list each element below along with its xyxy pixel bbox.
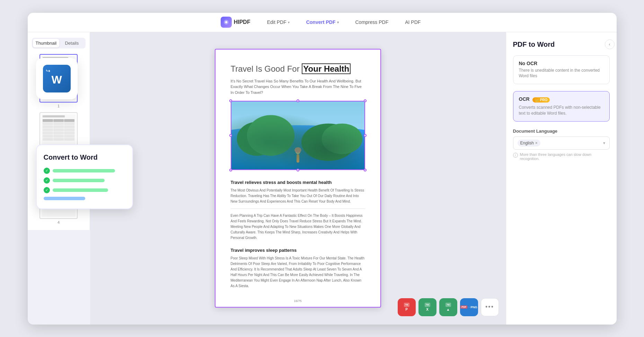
- edit-pdf-chevron: ▾: [288, 20, 290, 24]
- hipdf-logo-text: HIPDF: [234, 19, 250, 25]
- no-ocr-option[interactable]: No OCR There is uneditable content in th…: [513, 55, 610, 85]
- convert-card: Convert to Word ✓ ✓ ✓: [36, 144, 133, 209]
- pdf-page: Travel Is Good For Your Health It's No S…: [215, 49, 381, 308]
- convert-item-2: ✓: [44, 177, 125, 184]
- pdf-page-indicator: 16/75: [294, 299, 302, 303]
- xls-label: X: [426, 308, 429, 311]
- nav-ai-pdf[interactable]: AI PDF: [402, 17, 423, 27]
- pdf-image-wrapper: [231, 101, 365, 170]
- doc-language-label: Document Language: [513, 128, 610, 134]
- handle-br: [364, 169, 367, 171]
- thumb-row-5: [43, 132, 74, 134]
- language-tag-close[interactable]: ×: [535, 141, 538, 145]
- handle-tc: [297, 99, 299, 102]
- word-icon-arrow: ↪: [46, 68, 50, 74]
- pdf-section3-title: Travel improves sleep patterns: [231, 248, 365, 253]
- convert-check-2: ✓: [44, 177, 50, 184]
- pdf-section1-title: Travel relieves stress and boosts mental…: [231, 180, 365, 185]
- ppt-format-icon[interactable]: ↪ P: [398, 298, 416, 316]
- pro-badge: 👑 PRO: [532, 97, 550, 103]
- convert-bar-2: [53, 179, 105, 182]
- pdf-image-overlay: [231, 101, 364, 169]
- handle-bl: [229, 169, 232, 171]
- pdf-viewer: Travel Is Good For Your Health It's No S…: [90, 32, 506, 325]
- thumbnail-page-num-1: 1: [58, 104, 60, 108]
- pdf-title-highlight: Your Health: [302, 63, 351, 74]
- bottom-icons: ↪ P ↪ X ↪ ▲ PDF → PNG: [398, 298, 499, 316]
- thumb-row-4: [43, 128, 74, 131]
- document-language-section: Document Language English × ▾ i More tha…: [513, 128, 610, 161]
- png-pdf-label: PDF: [460, 305, 467, 309]
- handle-bc: [297, 169, 299, 171]
- nav-edit-pdf[interactable]: Edit PDF ▾: [264, 17, 292, 27]
- sidebar-tabs: Thumbnail Details: [32, 38, 86, 48]
- convert-bar-1: [53, 169, 115, 172]
- ppt-label: P: [405, 308, 408, 311]
- hipdf-logo-icon: [221, 17, 232, 28]
- pdf-section1-body: The Most Obvious And Potentially Most Im…: [231, 188, 365, 204]
- info-icon: i: [513, 153, 518, 158]
- thumb-row-2: [43, 122, 74, 125]
- thumb-row-1: [43, 119, 74, 122]
- no-ocr-desc: There is uneditable content in the conve…: [519, 68, 604, 79]
- png-label: PNG: [470, 305, 477, 309]
- ocr-desc: Converts scanned PDFs with non-selectabl…: [519, 105, 604, 116]
- nav-convert-pdf[interactable]: Convert PDF ▾: [303, 17, 342, 27]
- thumb-row-6: [43, 135, 74, 138]
- no-ocr-title: No OCR: [519, 61, 604, 66]
- pdf-title: Travel Is Good For Your Health: [231, 63, 365, 74]
- more-button[interactable]: •••: [481, 298, 499, 316]
- xls-arrow: ↪: [425, 303, 430, 307]
- convert-item-3: ✓: [44, 187, 125, 193]
- nav-logo[interactable]: HIPDF: [221, 17, 250, 28]
- ocr-option[interactable]: OCR 👑 PRO Converts scanned PDFs with non…: [513, 91, 610, 122]
- pdf-subtitle: It's No Secret Travel Has So Many Benefi…: [231, 78, 365, 96]
- convert-card-title: Convert to Word: [44, 153, 125, 161]
- language-select[interactable]: English × ▾: [513, 136, 610, 150]
- img-label: ▲: [447, 308, 450, 311]
- nav-compress-pdf[interactable]: Compress PDF: [353, 17, 391, 27]
- convert-check-3: ✓: [44, 187, 50, 193]
- handle-ml: [229, 134, 232, 137]
- word-icon: ↪ W: [43, 65, 71, 92]
- word-icon-letter: W: [51, 73, 62, 86]
- language-hint: i More than three languages can slow dow…: [513, 152, 610, 161]
- right-panel: PDF to Word ‹ No OCR There is uneditable…: [506, 32, 617, 325]
- right-panel-title: PDF to Word: [513, 41, 610, 48]
- handle-mr: [364, 134, 367, 137]
- collapse-button[interactable]: ‹: [605, 39, 615, 49]
- thumbnail-page-num-4: 4: [58, 220, 60, 224]
- language-tag: English ×: [518, 140, 540, 147]
- xls-format-icon[interactable]: ↪ X: [418, 298, 436, 316]
- convert-check-1: ✓: [44, 168, 50, 174]
- convert-item-1: ✓: [44, 168, 125, 174]
- ppt-arrow: ↪: [404, 303, 409, 307]
- navbar: HIPDF Edit PDF ▾ Convert PDF ▾ Compress …: [28, 13, 617, 32]
- thumb-row-3: [43, 125, 74, 128]
- language-select-chevron: ▾: [603, 141, 605, 145]
- app-window: HIPDF Edit PDF ▾ Convert PDF ▾ Compress …: [28, 13, 617, 325]
- thumb-row-7: [43, 138, 74, 141]
- handle-tr: [364, 99, 367, 102]
- tab-details[interactable]: Details: [59, 39, 84, 47]
- img-arrow: ↪: [445, 303, 451, 307]
- ocr-title: OCR: [519, 96, 530, 102]
- pdf-section3-body: Poor Sleep Mixed With High Stress Is A T…: [231, 256, 365, 289]
- convert-pdf-chevron: ▾: [337, 20, 339, 24]
- handle-tl: [229, 99, 232, 102]
- pdf-section2-body: Even Planning A Trip Can Have A Fantasti…: [231, 213, 365, 241]
- convert-bar-3: [53, 188, 108, 192]
- main-content: Thumbnail Details: [28, 32, 617, 325]
- png-format-icon[interactable]: PDF → PNG: [460, 298, 478, 316]
- pdf-image-container: [231, 101, 365, 170]
- pdf-divider-1: [231, 209, 365, 209]
- word-icon-container: ↪ W: [36, 58, 78, 99]
- thumb-header-2: [43, 115, 65, 117]
- tab-thumbnail[interactable]: Thumbnail: [33, 39, 60, 47]
- img-format-icon[interactable]: ↪ ▲: [439, 298, 457, 316]
- convert-bar-blue: [44, 197, 85, 200]
